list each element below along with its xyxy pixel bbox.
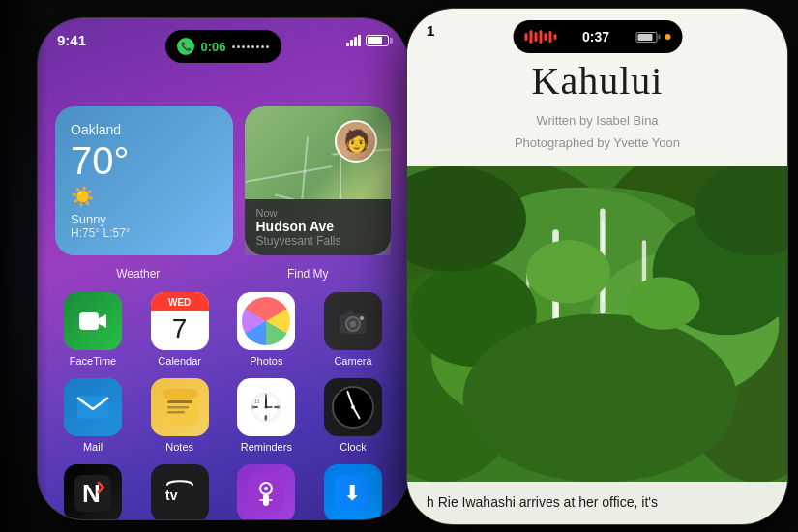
article-title: Kahului: [436, 58, 758, 103]
app-calendar[interactable]: WED 7 Calendar: [142, 292, 218, 367]
app-row-3: N News tv: [55, 464, 391, 519]
dynamic-island-right: 0:37: [513, 20, 682, 53]
findmy-street: Hudson Ave: [256, 219, 380, 234]
app-appstore[interactable]: ⬇ App Store: [315, 464, 391, 519]
clock-face: [332, 386, 374, 429]
svg-point-23: [265, 406, 268, 409]
app-reminders[interactable]: 12 3 6 9 Reminders: [228, 378, 304, 453]
notes-label: Notes: [165, 441, 193, 453]
svg-point-7: [360, 316, 364, 320]
photographed-by-line: Photographed by Yvette Yoon: [436, 132, 758, 154]
article-caption: h Rie Iwahashi arrives at her office, it…: [407, 482, 787, 524]
svg-text:⬇: ⬇: [343, 481, 361, 505]
widget-labels: Weather Find My: [55, 267, 391, 281]
svg-rect-13: [162, 389, 198, 399]
map-road-1: [245, 165, 332, 183]
svg-rect-10: [167, 400, 192, 403]
written-by-line: Written by Isabel Bina: [436, 109, 758, 132]
app-mail[interactable]: Mail: [55, 378, 131, 453]
signal-icon: [346, 35, 361, 46]
status-time-left: 9:41: [57, 32, 86, 48]
svg-rect-8: [77, 396, 108, 419]
phone-left: 9:41 📞 0:06: [37, 17, 409, 520]
appstore-icon: ⬇: [324, 464, 382, 519]
dot-6: [256, 45, 259, 48]
notes-icon: [151, 378, 209, 436]
dot-1: [232, 45, 235, 48]
findmy-avatar: 🧑: [335, 120, 377, 163]
left-edge-shadow: [0, 0, 48, 532]
weather-temperature: 70°: [71, 139, 218, 183]
waveform-icon: [524, 30, 556, 44]
dot-4: [247, 45, 250, 48]
news-icon: N: [64, 464, 122, 519]
waveform-bar-5: [544, 33, 547, 41]
dot-8: [266, 45, 269, 48]
status-icons-right: [346, 35, 389, 46]
weather-condition: Sunny: [71, 212, 218, 226]
svg-text:9: 9: [251, 404, 254, 410]
svg-marker-1: [99, 314, 106, 328]
photos-circle: [242, 297, 290, 345]
battery-icon: [366, 35, 389, 46]
weather-high-low: H:75° L:57°: [71, 226, 218, 240]
app-clock[interactable]: Clock: [315, 378, 391, 453]
svg-text:6: 6: [264, 415, 267, 421]
caption-text: h Rie Iwahashi arrives at her office, it…: [427, 494, 658, 510]
facetime-label: FaceTime: [70, 355, 117, 367]
call-icon: 📞: [177, 38, 194, 55]
mail-icon: [64, 378, 122, 436]
phones-container: 9:41 📞 0:06: [0, 0, 798, 532]
weather-city: Oakland: [71, 122, 218, 137]
article-photo-svg: [407, 166, 787, 524]
article-image: h Rie Iwahashi arrives at her office, it…: [407, 166, 787, 524]
battery-icon-right: [635, 32, 657, 43]
svg-point-59: [463, 313, 737, 482]
battery-fill-right: [637, 34, 652, 41]
app-facetime[interactable]: FaceTime: [55, 292, 131, 367]
photos-icon: [237, 292, 295, 350]
app-news[interactable]: N News: [55, 464, 131, 519]
facetime-icon: [64, 292, 122, 350]
waveform-bar-3: [534, 32, 537, 42]
battery-container-right: [635, 32, 670, 43]
svg-point-34: [264, 487, 268, 490]
svg-rect-12: [167, 411, 185, 414]
widgets-row: Oakland 70° ☀️ Sunny H:75° L:57°: [55, 106, 391, 255]
app-camera[interactable]: Camera: [315, 292, 391, 367]
app-appletv[interactable]: tv Apple TV: [142, 464, 218, 519]
app-row-2: Mail Notes: [55, 378, 391, 453]
clock-icon: [324, 378, 382, 436]
mail-label: Mail: [83, 441, 103, 453]
weather-label: Weather: [59, 267, 218, 281]
svg-rect-6: [346, 311, 354, 316]
svg-point-62: [526, 240, 610, 303]
weather-widget[interactable]: Oakland 70° ☀️ Sunny H:75° L:57°: [55, 106, 233, 255]
timer-display: 0:37: [582, 29, 609, 44]
app-photos[interactable]: Photos: [228, 292, 304, 367]
app-notes[interactable]: Notes: [142, 378, 218, 453]
svg-point-63: [626, 277, 699, 329]
signal-bar-2: [350, 40, 353, 46]
clock-label: Clock: [340, 441, 367, 453]
article-written-by: Written by Isabel Bina Photographed by Y…: [436, 109, 758, 155]
waveform-bar-6: [548, 31, 551, 43]
reminders-label: Reminders: [241, 441, 292, 453]
svg-text:tv: tv: [165, 488, 178, 503]
findmy-widget[interactable]: 🧑 Now Hudson Ave Stuyvesant Falls: [245, 106, 392, 255]
dot-2: [237, 45, 240, 48]
call-duration: 0:06: [200, 40, 225, 54]
camera-label: Camera: [334, 355, 371, 367]
podcasts-icon: [237, 464, 295, 519]
phone-left-screen: 9:41 📞 0:06: [38, 18, 408, 519]
calendar-icon: WED 7: [151, 292, 209, 350]
svg-point-5: [350, 321, 356, 327]
waveform-bar-7: [553, 34, 556, 40]
photos-label: Photos: [250, 355, 282, 367]
calendar-header: WED: [151, 292, 209, 311]
app-podcasts[interactable]: Podcasts: [228, 464, 304, 519]
findmy-label: Find My: [229, 267, 388, 281]
svg-text:3: 3: [277, 404, 280, 410]
calendar-date: 7: [172, 313, 188, 344]
signal-bar-4: [358, 35, 361, 46]
